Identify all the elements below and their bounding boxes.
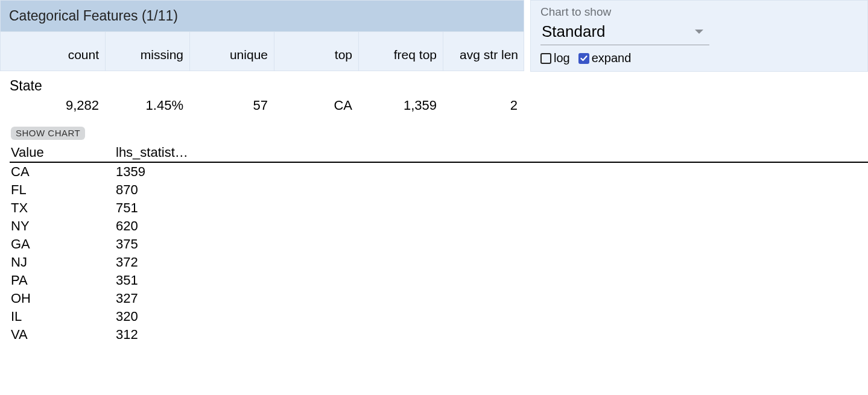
val-top: CA (274, 95, 358, 116)
col-unique: unique (190, 32, 274, 71)
stats-header-panel: Categorical Features (1/11) count missin… (0, 0, 524, 72)
val-count: 9,282 (10, 95, 105, 116)
table-row: VA312 (10, 326, 868, 344)
cell-stat: 751 (115, 199, 235, 217)
table-row: NY620 (10, 217, 868, 235)
cell-value: GA (10, 235, 115, 253)
stats-values-row: 9,282 1.45% 57 CA 1,359 2 (10, 95, 868, 116)
cell-value: TX (10, 199, 115, 217)
cell-stat: 620 (115, 217, 235, 235)
cell-value: NJ (10, 253, 115, 271)
cell-value: FL (10, 181, 115, 199)
col-missing: missing (106, 32, 190, 71)
cell-value: NY (10, 217, 115, 235)
cell-stat: 870 (115, 181, 235, 199)
vt-col-value: Value (10, 145, 115, 162)
table-row: FL870 (10, 181, 868, 199)
vt-col-stat: lhs_statist… (115, 145, 235, 162)
checkbox-unchecked-icon (540, 53, 551, 64)
cell-stat: 1359 (115, 163, 235, 181)
stats-header-row: count missing unique top freq top avg st… (0, 32, 524, 71)
cell-stat: 312 (115, 326, 235, 344)
log-checkbox[interactable]: log (540, 51, 570, 65)
table-row: CA1359 (10, 163, 868, 181)
chart-controls-panel: Chart to show Standard log expand (530, 0, 868, 72)
table-row: PA351 (10, 271, 868, 289)
cell-stat: 320 (115, 308, 235, 326)
cell-value: IL (10, 308, 115, 326)
table-row: GA375 (10, 235, 868, 253)
cell-value: VA (10, 326, 115, 344)
feature-name: State (10, 78, 868, 94)
categorical-features-panel: Categorical Features (1/11) count missin… (0, 0, 868, 344)
cell-stat: 375 (115, 235, 235, 253)
chart-type-select[interactable]: Standard (540, 20, 709, 45)
chart-type-value: Standard (542, 22, 606, 41)
cell-stat: 351 (115, 271, 235, 289)
col-count: count (1, 32, 106, 71)
cell-value: OH (10, 289, 115, 308)
value-table-body: CA1359FL870TX751NY620GA375NJ372PA351OH32… (10, 163, 868, 344)
col-avg-str-len: avg str len (443, 32, 524, 71)
feature-block: State 9,282 1.45% 57 CA 1,359 2 SHOW CHA… (0, 72, 868, 344)
table-row: NJ372 (10, 253, 868, 271)
val-avg-str-len: 2 (443, 95, 524, 116)
chart-to-show-label: Chart to show (540, 5, 858, 19)
val-missing: 1.45% (105, 95, 189, 116)
col-freq-top: freq top (359, 32, 443, 71)
cell-stat: 327 (115, 289, 235, 308)
col-top: top (274, 32, 359, 71)
log-label: log (554, 51, 570, 65)
value-frequency-table: Value lhs_statist… CA1359FL870TX751NY620… (10, 145, 868, 344)
show-chart-button[interactable]: SHOW CHART (11, 127, 85, 140)
expand-label: expand (592, 51, 632, 65)
chevron-down-icon (695, 30, 703, 34)
table-row: TX751 (10, 199, 868, 217)
cell-value: CA (10, 163, 115, 181)
table-row: IL320 (10, 308, 868, 326)
top-row: Categorical Features (1/11) count missin… (0, 0, 868, 72)
table-row: OH327 (10, 289, 868, 308)
val-freq-top: 1,359 (358, 95, 443, 116)
checkbox-checked-icon (578, 53, 589, 64)
cell-stat: 372 (115, 253, 235, 271)
expand-checkbox[interactable]: expand (578, 51, 632, 65)
value-table-header: Value lhs_statist… (10, 145, 868, 163)
val-unique: 57 (189, 95, 274, 116)
checkbox-row: log expand (540, 51, 858, 65)
section-title: Categorical Features (1/11) (0, 0, 524, 32)
cell-value: PA (10, 271, 115, 289)
